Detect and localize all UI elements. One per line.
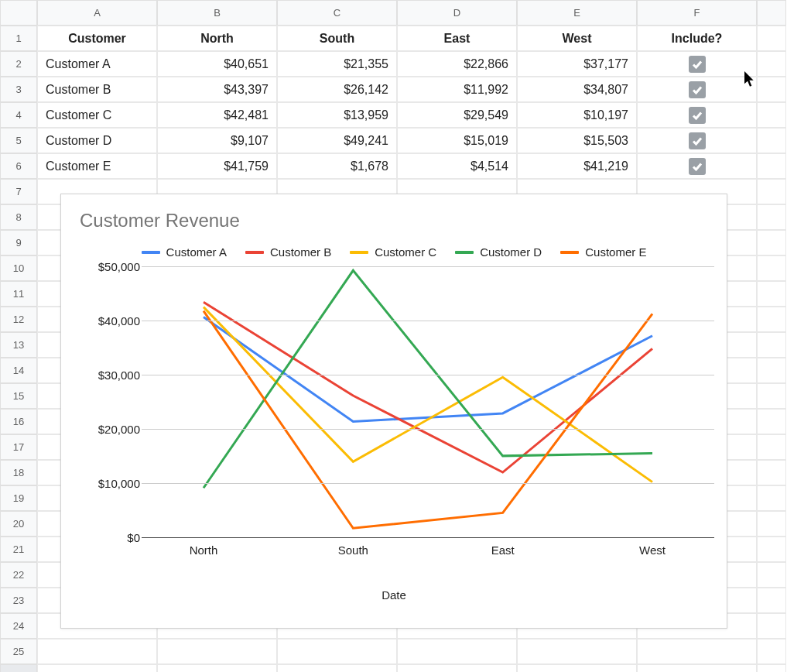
cell-extra-13[interactable] <box>757 332 786 358</box>
row-header-7[interactable]: 7 <box>0 179 37 204</box>
cell-extra-23[interactable] <box>757 588 786 613</box>
cell-B26[interactable] <box>157 664 277 672</box>
cell-F6[interactable] <box>637 153 757 179</box>
cell-E25[interactable] <box>517 639 637 664</box>
checkbox-icon[interactable] <box>689 107 706 124</box>
row-header-20[interactable]: 20 <box>0 511 37 537</box>
row-header-1[interactable]: 1 <box>0 26 37 51</box>
cell-D26[interactable] <box>397 664 517 672</box>
row-header-16[interactable]: 16 <box>0 409 37 434</box>
chart[interactable]: Customer Revenue Customer ACustomer BCus… <box>60 194 727 629</box>
col-header-E[interactable]: E <box>517 0 637 26</box>
cell-A25[interactable] <box>37 639 157 664</box>
cell-C6[interactable]: $1,678 <box>277 153 397 179</box>
cell-B1[interactable]: North <box>157 26 277 51</box>
cell-extra-14[interactable] <box>757 358 786 383</box>
row-header-3[interactable]: 3 <box>0 77 37 102</box>
cell-extra-5[interactable] <box>757 128 786 153</box>
row-header-12[interactable]: 12 <box>0 307 37 332</box>
cell-extra-6[interactable] <box>757 153 786 179</box>
checkbox-icon[interactable] <box>689 158 706 175</box>
cell-F1[interactable]: Include? <box>637 26 757 51</box>
row-header-9[interactable]: 9 <box>0 230 37 255</box>
cell-B2[interactable]: $40,651 <box>157 51 277 77</box>
row-header-6[interactable]: 6 <box>0 153 37 179</box>
cell-extra-3[interactable] <box>757 77 786 102</box>
cell-B3[interactable]: $43,397 <box>157 77 277 102</box>
row-header-24[interactable]: 24 <box>0 613 37 639</box>
cell-extra-25[interactable] <box>757 639 786 664</box>
cell-E3[interactable]: $34,807 <box>517 77 637 102</box>
cell-E4[interactable]: $10,197 <box>517 102 637 128</box>
col-header-A[interactable]: A <box>37 0 157 26</box>
cell-C3[interactable]: $26,142 <box>277 77 397 102</box>
cell-extra-11[interactable] <box>757 281 786 307</box>
cell-D6[interactable]: $4,514 <box>397 153 517 179</box>
cell-E26[interactable] <box>517 664 637 672</box>
cell-extra-18[interactable] <box>757 460 786 485</box>
row-header-25[interactable]: 25 <box>0 639 37 664</box>
cell-A4[interactable]: Customer C <box>37 102 157 128</box>
row-header-2[interactable]: 2 <box>0 51 37 77</box>
row-header-18[interactable]: 18 <box>0 460 37 485</box>
cell-C2[interactable]: $21,355 <box>277 51 397 77</box>
cell-F25[interactable] <box>637 639 757 664</box>
cell-extra-10[interactable] <box>757 255 786 281</box>
row-header-4[interactable]: 4 <box>0 102 37 128</box>
cell-C1[interactable]: South <box>277 26 397 51</box>
cell-extra-26[interactable] <box>757 664 786 672</box>
col-header-extra[interactable] <box>757 0 786 26</box>
cell-extra-15[interactable] <box>757 383 786 409</box>
row-header-23[interactable]: 23 <box>0 588 37 613</box>
select-all-corner[interactable] <box>0 0 37 26</box>
cell-F3[interactable] <box>637 77 757 102</box>
cell-C26[interactable] <box>277 664 397 672</box>
cell-D4[interactable]: $29,549 <box>397 102 517 128</box>
cell-extra-16[interactable] <box>757 409 786 434</box>
cell-F4[interactable] <box>637 102 757 128</box>
cell-D25[interactable] <box>397 639 517 664</box>
cell-B25[interactable] <box>157 639 277 664</box>
cell-D3[interactable]: $11,992 <box>397 77 517 102</box>
row-header-17[interactable]: 17 <box>0 434 37 460</box>
cell-F2[interactable] <box>637 51 757 77</box>
cell-E6[interactable]: $41,219 <box>517 153 637 179</box>
cell-D1[interactable]: East <box>397 26 517 51</box>
checkbox-icon[interactable] <box>689 56 706 73</box>
row-header-11[interactable]: 11 <box>0 281 37 307</box>
col-header-C[interactable]: C <box>277 0 397 26</box>
cell-B4[interactable]: $42,481 <box>157 102 277 128</box>
col-header-F[interactable]: F <box>637 0 757 26</box>
cell-A6[interactable]: Customer E <box>37 153 157 179</box>
cell-C25[interactable] <box>277 639 397 664</box>
cell-B5[interactable]: $9,107 <box>157 128 277 153</box>
row-header-8[interactable]: 8 <box>0 204 37 230</box>
cell-E1[interactable]: West <box>517 26 637 51</box>
cell-F5[interactable] <box>637 128 757 153</box>
cell-D5[interactable]: $15,019 <box>397 128 517 153</box>
cell-extra-8[interactable] <box>757 204 786 230</box>
cell-C5[interactable]: $49,241 <box>277 128 397 153</box>
row-header-22[interactable]: 22 <box>0 562 37 588</box>
cell-extra-21[interactable] <box>757 537 786 562</box>
checkbox-icon[interactable] <box>689 81 706 98</box>
col-header-B[interactable]: B <box>157 0 277 26</box>
cell-A5[interactable]: Customer D <box>37 128 157 153</box>
cell-extra-20[interactable] <box>757 511 786 537</box>
row-header-13[interactable]: 13 <box>0 332 37 358</box>
cell-extra-1[interactable] <box>757 26 786 51</box>
cell-A1[interactable]: Customer <box>37 26 157 51</box>
cell-E5[interactable]: $15,503 <box>517 128 637 153</box>
cell-D2[interactable]: $22,866 <box>397 51 517 77</box>
cell-extra-2[interactable] <box>757 51 786 77</box>
row-header-5[interactable]: 5 <box>0 128 37 153</box>
col-header-D[interactable]: D <box>397 0 517 26</box>
row-header-21[interactable]: 21 <box>0 537 37 562</box>
row-header-14[interactable]: 14 <box>0 358 37 383</box>
cell-F26[interactable] <box>637 664 757 672</box>
cell-extra-4[interactable] <box>757 102 786 128</box>
row-header-15[interactable]: 15 <box>0 383 37 409</box>
checkbox-icon[interactable] <box>689 132 706 149</box>
cell-A26[interactable] <box>37 664 157 672</box>
cell-extra-7[interactable] <box>757 179 786 204</box>
